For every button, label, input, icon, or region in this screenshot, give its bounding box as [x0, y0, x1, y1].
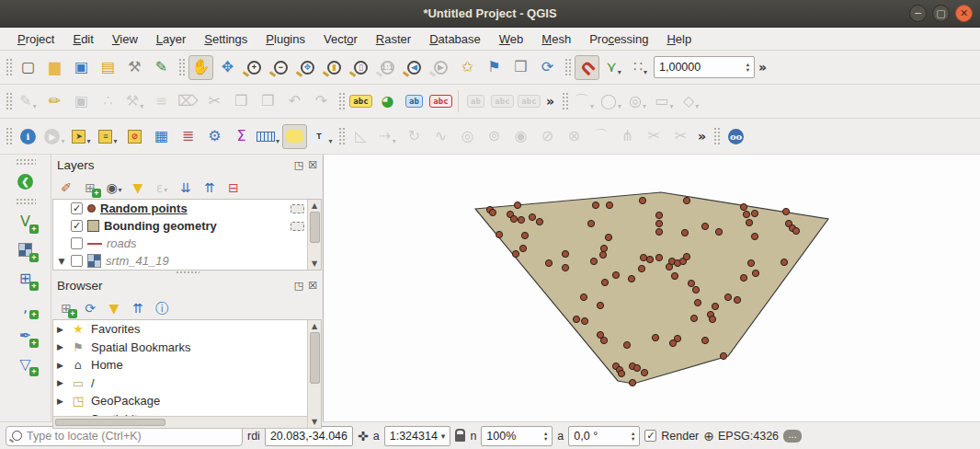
menu-item-web[interactable]: Web — [491, 29, 532, 49]
show-bookmark-manager[interactable]: ❒ — [508, 55, 533, 80]
collapse-all[interactable]: ⇈ — [199, 178, 220, 198]
collapse-all-browser[interactable]: ⇈ — [128, 298, 148, 318]
layers-panel-float-icon[interactable]: ◳ — [294, 159, 303, 171]
snapping-tolerance-stepper[interactable]: ▴▾ — [746, 62, 749, 73]
map-canvas[interactable] — [324, 155, 980, 421]
open-project[interactable]: ▆ — [42, 55, 67, 80]
open-attribute-table[interactable]: ▦ — [149, 124, 174, 149]
add-group[interactable]: ⊞+ — [80, 178, 100, 198]
magnifier-spinbox[interactable]: 100% ▴▾ — [481, 426, 553, 446]
statistical-summary[interactable]: Σ — [229, 124, 254, 149]
rotation-spinbox[interactable]: 0,0 ° ▴▾ — [568, 426, 640, 446]
browser-item-spatial-bookmarks[interactable]: ▶⚑Spatial Bookmarks — [53, 339, 321, 357]
layers-panel-close-icon[interactable]: ☒ — [308, 159, 317, 171]
show-spatial-bookmarks[interactable]: ⚑ — [482, 55, 507, 80]
browser-panel-float-icon[interactable]: ◳ — [294, 280, 303, 292]
tree-expander-icon[interactable]: ▶ — [57, 325, 65, 334]
menu-item-project[interactable]: Project — [9, 29, 63, 49]
browser-properties[interactable]: ⓘ — [152, 298, 172, 318]
layer-checkbox[interactable] — [71, 237, 83, 249]
toolbar-grip[interactable] — [5, 126, 12, 146]
zoom-to-selection[interactable]: ▮ — [322, 55, 347, 80]
magnifier-stepper[interactable]: ▴▾ — [544, 431, 547, 442]
map-tips[interactable] — [282, 124, 307, 149]
highlight-pinned-labels[interactable]: abc — [428, 89, 453, 114]
layer-expander-icon[interactable]: ▼ — [57, 257, 66, 266]
toolbar-grip[interactable] — [712, 126, 720, 146]
add-delimited-text-layer[interactable]: ,+ — [13, 294, 38, 319]
style-manager[interactable]: ✎ — [149, 55, 174, 80]
show-layout-manager[interactable]: ⚒ — [122, 55, 147, 80]
render-checkbox-box[interactable]: ✓ — [644, 430, 656, 442]
toolbar-grip[interactable] — [337, 126, 345, 146]
close-button[interactable]: ✕ — [955, 5, 973, 22]
layer-item[interactable]: roads — [53, 235, 321, 252]
layer-checkbox[interactable] — [71, 255, 83, 267]
refresh-browser[interactable]: ⟳ — [80, 298, 100, 318]
layer-labeling-options[interactable]: abc — [348, 89, 373, 114]
layers-scrollbar[interactable]: ▲ ▼ — [307, 200, 321, 270]
filter-browser[interactable]: ▼ — [104, 298, 124, 318]
rotation-stepper[interactable]: ▴▾ — [632, 431, 634, 442]
enable-snapping[interactable]: U — [575, 55, 599, 80]
add-mesh-layer[interactable]: ⊞+ — [13, 266, 38, 291]
add-vector-layer[interactable]: V+ — [13, 209, 38, 234]
add-virtual-layer[interactable]: ▽+ — [13, 351, 38, 376]
pan-to-selection[interactable]: ✥ — [215, 55, 240, 80]
zoom-full[interactable]: ✥ — [295, 55, 320, 80]
toolbar-grip[interactable] — [5, 91, 12, 111]
menu-item-settings[interactable]: Settings — [196, 29, 256, 49]
browser-panel-close-icon[interactable]: ☒ — [308, 280, 317, 292]
title-bar[interactable]: *Untitled Project - QGIS −▢✕ — [0, 0, 980, 28]
layer-item[interactable]: ✓Random points — [53, 200, 321, 217]
manage-map-themes[interactable]: ◉▾ — [104, 178, 124, 198]
menu-item-vector[interactable]: Vector — [315, 29, 366, 49]
tree-expander-icon[interactable]: ▶ — [57, 342, 65, 351]
browser-hscrollbar[interactable] — [53, 416, 307, 428]
save-project[interactable]: ▣ — [69, 55, 94, 80]
zoom-out[interactable]: − — [268, 55, 293, 80]
layer-item[interactable]: ▼srtm_41_19 — [53, 252, 321, 270]
menu-item-view[interactable]: View — [104, 29, 146, 49]
tree-expander-icon[interactable]: ▶ — [57, 397, 65, 406]
filter-legend[interactable]: ▼ — [128, 178, 148, 198]
toolbar-grip[interactable] — [16, 198, 36, 205]
remove-layer[interactable]: ⊟ — [223, 178, 244, 198]
refresh-map[interactable]: ⟳ — [535, 55, 560, 80]
toolbar-grip[interactable] — [5, 57, 12, 77]
browser-item-geopackage[interactable]: ▶◳GeoPackage — [53, 392, 321, 410]
menu-item-edit[interactable]: Edit — [64, 29, 101, 49]
zoom-last[interactable]: ◀ — [402, 55, 427, 80]
extents-pointer-icon[interactable]: ✜ — [358, 429, 369, 443]
minimize-button[interactable]: − — [909, 5, 927, 22]
toolbar-grip[interactable] — [564, 57, 571, 77]
toolbar-grip[interactable] — [561, 91, 568, 111]
tree-expander-icon[interactable]: ▶ — [57, 378, 65, 387]
select-features[interactable]: ➤▾ — [69, 124, 94, 149]
processing-toolbox[interactable]: ⚙ — [202, 124, 227, 149]
browser-scrollbar[interactable]: ▲ ▼ — [307, 320, 321, 428]
snapping-tolerance[interactable]: 1,00000▴▾ — [654, 56, 755, 78]
new-spatial-bookmark[interactable]: ✩ — [455, 55, 480, 80]
pan-map[interactable]: ✋ — [188, 55, 213, 80]
measure[interactable]: ▾ — [256, 124, 280, 149]
expand-all[interactable]: ⇊ — [176, 178, 196, 198]
maximize-button[interactable]: ▢ — [932, 5, 950, 22]
data-source-manager[interactable]: ❮ — [13, 169, 38, 194]
menu-item-plugins[interactable]: Plugins — [257, 29, 313, 49]
layer-checkbox[interactable]: ✓ — [71, 220, 83, 232]
snapping-type[interactable]: ∷▾ — [628, 55, 653, 80]
layer-item[interactable]: ✓Bounding geometry — [53, 217, 321, 235]
toolbar-overflow-row2[interactable]: » — [542, 94, 558, 109]
field-calculator[interactable]: ≣ — [176, 124, 200, 149]
add-raster-layer[interactable]: + — [13, 237, 38, 262]
pin-unpin-labels[interactable]: ab — [402, 89, 427, 114]
menu-item-processing[interactable]: Processing — [581, 29, 656, 49]
scale-dropdown-icon[interactable]: ▾ — [441, 433, 446, 439]
messages-icon[interactable]: … — [783, 430, 802, 443]
menu-item-mesh[interactable]: Mesh — [533, 29, 579, 49]
browser-item-home[interactable]: ▶⌂Home — [53, 356, 321, 374]
browser-item-favorites[interactable]: ▶★Favorites — [53, 320, 321, 339]
menu-item-database[interactable]: Database — [421, 29, 489, 49]
add-spatialite-layer[interactable]: ✒+ — [13, 323, 38, 348]
